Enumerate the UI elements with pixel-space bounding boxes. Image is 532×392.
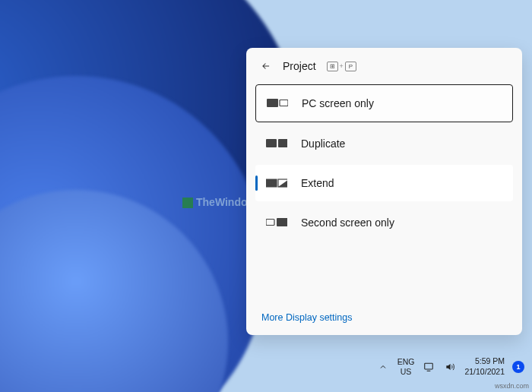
svg-rect-1 <box>280 100 288 106</box>
svg-rect-3 <box>278 139 287 147</box>
second-screen-only-icon <box>266 217 287 228</box>
svg-rect-0 <box>267 99 278 107</box>
option-label: Second screen only <box>301 217 394 229</box>
option-label: Extend <box>301 177 334 189</box>
source-watermark: wsxdn.com <box>495 382 529 390</box>
network-icon[interactable] <box>422 360 435 374</box>
more-display-settings-link[interactable]: More Display settings <box>246 300 522 335</box>
system-tray: ENG US 5:59 PM 21/10/2021 1 <box>376 354 524 380</box>
svg-rect-2 <box>266 139 277 147</box>
notification-badge[interactable]: 1 <box>512 361 524 373</box>
svg-rect-7 <box>277 218 287 226</box>
option-pc-screen-only[interactable]: PC screen only <box>255 84 513 122</box>
option-duplicate[interactable]: Duplicate <box>255 125 513 162</box>
p-key-icon: P <box>345 62 356 71</box>
svg-rect-6 <box>266 220 274 226</box>
duplicate-icon <box>266 138 287 149</box>
win-key-icon: ⊞ <box>327 62 338 71</box>
option-second-screen-only[interactable]: Second screen only <box>255 204 513 241</box>
clock[interactable]: 5:59 PM 21/10/2021 <box>464 356 505 377</box>
back-button[interactable] <box>258 58 274 74</box>
extend-icon <box>266 178 287 188</box>
option-label: PC screen only <box>302 97 374 109</box>
panel-header: Project ⊞ + P <box>246 48 522 81</box>
svg-rect-8 <box>425 363 433 369</box>
project-options-list: PC screen only Duplicate Extend Second s… <box>246 81 522 244</box>
tray-overflow-chevron-icon[interactable] <box>376 360 390 374</box>
pc-screen-only-icon <box>267 98 288 109</box>
project-flyout-panel: Project ⊞ + P PC screen only Duplicate E… <box>246 48 522 335</box>
option-extend[interactable]: Extend <box>255 165 513 201</box>
watermark-icon <box>182 198 193 208</box>
panel-title: Project <box>283 60 316 72</box>
language-indicator[interactable]: ENG US <box>397 357 415 376</box>
volume-icon[interactable] <box>443 360 457 374</box>
shortcut-hint: ⊞ + P <box>327 62 356 71</box>
option-label: Duplicate <box>301 138 345 150</box>
